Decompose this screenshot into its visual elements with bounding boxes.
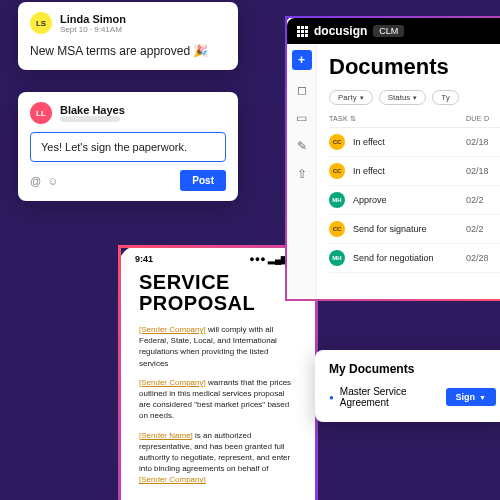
table-row[interactable]: MHSend for negotiation02/28 (329, 244, 500, 273)
reply-footer: @ ☺ Post (30, 170, 226, 191)
app-window: docusign CLM + ◻ ▭ ✎ ⇧ Documents Party▾ … (285, 16, 500, 301)
app-content: + ◻ ▭ ✎ ⇧ Documents Party▾ Status▾ Ty TA… (287, 44, 500, 297)
table-row[interactable]: CCSend for signature02/2 (329, 215, 500, 244)
message-header: LL Blake Hayes (30, 102, 226, 124)
assignee-avatar: CC (329, 221, 345, 237)
task-cell: Send for negotiation (353, 253, 466, 263)
table-row[interactable]: CCIn effect02/18 (329, 128, 500, 157)
app-switcher-icon[interactable] (297, 26, 308, 37)
notification-card: LS Linda Simon Sept 10 · 9:41AM New MSA … (18, 2, 238, 70)
filter-party[interactable]: Party▾ (329, 90, 373, 105)
sign-button[interactable]: Sign▼ (446, 388, 496, 406)
proposal-paragraph: [Sender Company] warrants that the price… (139, 377, 297, 422)
assignee-avatar: MH (329, 250, 345, 266)
chevron-down-icon: ▾ (413, 94, 417, 102)
reply-input[interactable]: Yes! Let's sign the paperwork. (30, 132, 226, 162)
post-button[interactable]: Post (180, 170, 226, 191)
folder-icon[interactable]: ▭ (294, 110, 310, 126)
due-cell: 02/2 (466, 224, 500, 234)
assignee-avatar: CC (329, 163, 345, 179)
bullet-icon: ● (329, 393, 334, 402)
document-row: ● Master Service Agreement Sign▼ (329, 386, 496, 408)
user-meta: Blake Hayes (60, 104, 125, 122)
due-cell: 02/18 (466, 166, 500, 176)
table-body: CCIn effect02/18CCIn effect02/18MHApprov… (329, 128, 500, 273)
chevron-down-icon: ▾ (360, 94, 364, 102)
avatar: LL (30, 102, 52, 124)
card-title: My Documents (329, 362, 496, 376)
task-cell: Send for signature (353, 224, 466, 234)
task-cell: In effect (353, 137, 466, 147)
main-pane: Documents Party▾ Status▾ Ty TASK ⇅ DUE D… (317, 44, 500, 297)
message-header: LS Linda Simon Sept 10 · 9:41AM (30, 12, 226, 34)
emoji-icon[interactable]: ☺ (47, 175, 58, 187)
user-name: Linda Simon (60, 13, 126, 25)
proposal-paragraph: [Sender Name] is an authorized represent… (139, 430, 297, 486)
sender-company-tag[interactable]: [Sender Company] (139, 378, 206, 387)
document-label: ● Master Service Agreement (329, 386, 446, 408)
document-name: Master Service Agreement (340, 386, 446, 408)
assignee-avatar: CC (329, 134, 345, 150)
reply-card: LL Blake Hayes Yes! Let's sign the paper… (18, 92, 238, 201)
reply-toolbar: @ ☺ (30, 175, 58, 187)
phone-time: 9:41 (135, 254, 153, 264)
page-title: Documents (329, 54, 500, 80)
sender-name-tag[interactable]: [Sender Name] (139, 431, 193, 440)
skeleton-line (60, 116, 120, 122)
timestamp: Sept 10 · 9:41AM (60, 25, 126, 34)
user-meta: Linda Simon Sept 10 · 9:41AM (60, 13, 126, 34)
sort-icon[interactable]: ⇅ (350, 115, 356, 122)
table-row[interactable]: MHApprove02/2 (329, 186, 500, 215)
filter-status[interactable]: Status▾ (379, 90, 427, 105)
chevron-down-icon: ▼ (479, 394, 486, 401)
avatar: LS (30, 12, 52, 34)
add-button[interactable]: + (292, 50, 312, 70)
message-text: New MSA terms are approved 🎉 (30, 44, 226, 58)
table-header: TASK ⇅ DUE D (329, 115, 500, 128)
th-task-label[interactable]: TASK (329, 115, 348, 122)
side-rail: + ◻ ▭ ✎ ⇧ (287, 44, 317, 297)
my-documents-card: My Documents ● Master Service Agreement … (315, 350, 500, 422)
filter-pills: Party▾ Status▾ Ty (329, 90, 500, 105)
sender-company-tag[interactable]: [Sender Company] (139, 325, 206, 334)
product-tag: CLM (373, 25, 404, 37)
document-title: SERVICE PROPOSAL (139, 272, 297, 314)
app-titlebar: docusign CLM (287, 18, 500, 44)
phone-body: SERVICE PROPOSAL [Sender Company] will c… (121, 266, 315, 499)
filter-type[interactable]: Ty (432, 90, 458, 105)
proposal-paragraph: [Sender Company] will comply with all Fe… (139, 324, 297, 369)
due-cell: 02/28 (466, 253, 500, 263)
th-due-label[interactable]: DUE D (466, 115, 500, 123)
sender-company-tag[interactable]: [Sender Company] (139, 475, 206, 484)
task-cell: In effect (353, 166, 466, 176)
due-cell: 02/18 (466, 137, 500, 147)
assignee-avatar: MH (329, 192, 345, 208)
brand-name: docusign (314, 24, 367, 38)
task-cell: Approve (353, 195, 466, 205)
pencil-icon[interactable]: ✎ (294, 138, 310, 154)
due-cell: 02/2 (466, 195, 500, 205)
user-name: Blake Hayes (60, 104, 125, 116)
upload-icon[interactable]: ⇧ (294, 166, 310, 182)
mention-icon[interactable]: @ (30, 175, 41, 187)
table-row[interactable]: CCIn effect02/18 (329, 157, 500, 186)
person-icon[interactable]: ◻ (294, 82, 310, 98)
